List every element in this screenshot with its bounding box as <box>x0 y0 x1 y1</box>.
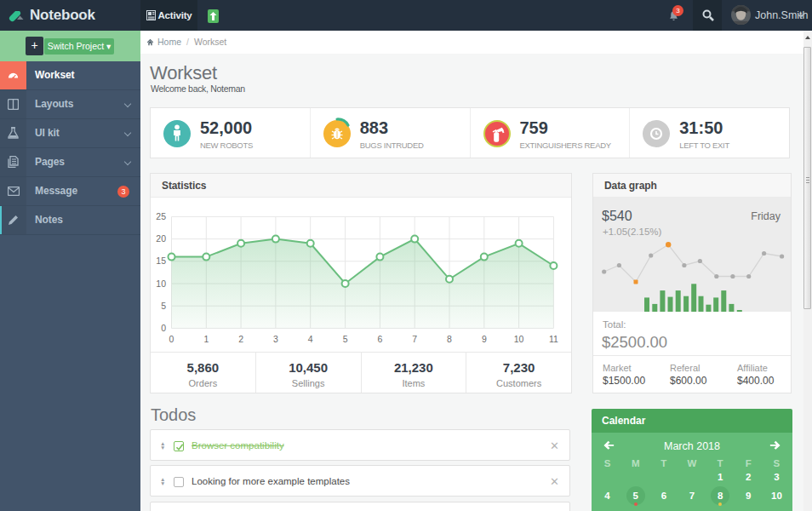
svg-text:8: 8 <box>447 334 452 344</box>
svg-text:15: 15 <box>156 256 166 266</box>
svg-text:0: 0 <box>161 323 166 333</box>
svg-text:11: 11 <box>549 334 558 344</box>
svg-text:20: 20 <box>156 233 166 244</box>
svg-text:10: 10 <box>514 334 524 344</box>
svg-text:9: 9 <box>482 334 487 344</box>
svg-text:1: 1 <box>203 334 209 344</box>
svg-text:0: 0 <box>169 334 174 344</box>
svg-text:25: 25 <box>156 211 166 221</box>
svg-text:6: 6 <box>377 334 382 344</box>
svg-text:3: 3 <box>273 334 278 344</box>
svg-text:4: 4 <box>308 334 313 344</box>
svg-text:5: 5 <box>343 334 348 344</box>
svg-text:7: 7 <box>412 334 417 344</box>
svg-text:2: 2 <box>238 334 243 344</box>
svg-text:5: 5 <box>161 301 166 311</box>
svg-text:10: 10 <box>156 278 166 289</box>
